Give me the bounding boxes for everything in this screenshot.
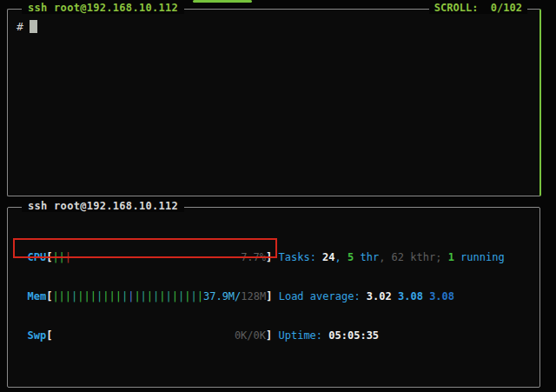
pane-title: ssh root@192.168.10.112 — [22, 200, 184, 212]
pane-title: ssh root@192.168.10.112 — [22, 2, 184, 14]
shell-prompt-line[interactable]: # — [17, 20, 37, 34]
swap-meter: Swp[ 0K/0K] Uptime: 05:05:35 — [15, 329, 542, 342]
mem-meter-highlight-box — [13, 238, 277, 258]
decorative-green-line — [193, 0, 252, 3]
prompt-symbol: # — [17, 20, 23, 33]
mem-meter: Mem[||||||||||||||||||||||||37.9M/128M] … — [15, 290, 542, 303]
text-cursor — [30, 20, 37, 33]
terminal-multiplexer-screen: ssh root@192.168.10.112 SCROLL: 0/102 # … — [0, 0, 556, 392]
ssh-shell-pane[interactable]: ssh root@192.168.10.112 SCROLL: 0/102 # — [7, 9, 541, 196]
scroll-indicator: SCROLL: 0/102 — [429, 2, 527, 14]
blank-line — [15, 369, 542, 382]
ssh-htop-pane[interactable]: ssh root@192.168.10.112 CPU[||| 7.7%] Ta… — [7, 207, 540, 388]
